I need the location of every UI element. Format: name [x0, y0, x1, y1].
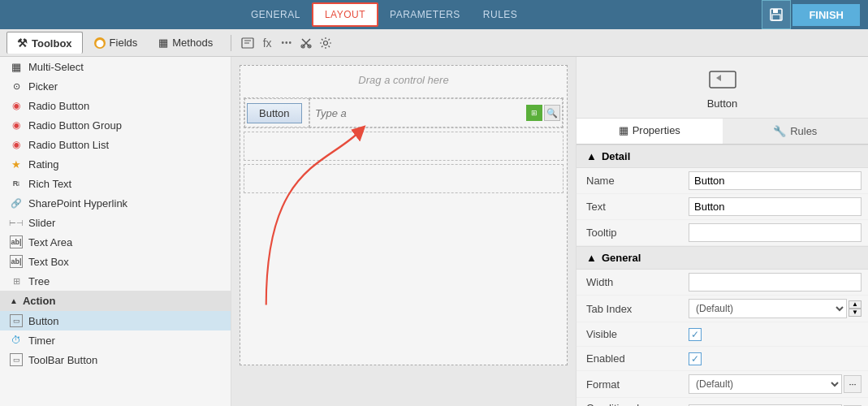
- top-nav: GENERAL LAYOUT PARAMETERS RULES FINISH: [0, 0, 868, 29]
- toolbar-icon-settings[interactable]: [317, 35, 334, 51]
- prop-format-select[interactable]: (Default): [689, 374, 842, 394]
- button-preview-icon: [706, 65, 739, 94]
- toolbox-item-rating[interactable]: ★ Rating: [0, 154, 231, 174]
- input-icon-group: ⊞ 🔍: [526, 105, 560, 121]
- right-panel-tabs: ▦ Properties 🔧 Rules: [577, 119, 868, 145]
- methods-icon: ▦: [158, 37, 168, 49]
- type-input[interactable]: [312, 107, 523, 119]
- nav-rules[interactable]: RULES: [472, 4, 529, 25]
- input-icon-search[interactable]: 🔍: [544, 105, 560, 121]
- toolbox-item-textbox[interactable]: ab| Text Box: [0, 252, 231, 271]
- input-icon-copy[interactable]: ⊞: [526, 105, 542, 121]
- prop-tabindex: Tab Index (Default) ▲ ▼: [577, 296, 868, 322]
- tab-rules[interactable]: 🔧 Rules: [723, 119, 869, 144]
- fields-icon: ⬤: [94, 37, 106, 49]
- prop-name: Name: [577, 168, 868, 194]
- right-panel-title: Button: [707, 97, 738, 110]
- tree-icon: ⊞: [10, 274, 23, 287]
- toolbar-icon-preview[interactable]: [240, 35, 256, 51]
- prop-tooltip-input[interactable]: [689, 223, 862, 242]
- prop-format-ellipsis[interactable]: ···: [844, 375, 862, 393]
- prop-tabindex-spinners: ▲ ▼: [849, 300, 862, 317]
- prop-tooltip: Tooltip: [577, 220, 868, 246]
- radiobuttongroup-icon: ◉: [10, 119, 23, 132]
- sub-toolbar: ⚒ Toolbox ⬤ Fields ▦ Methods fx •••: [0, 29, 868, 57]
- nav-general[interactable]: GENERAL: [240, 4, 312, 25]
- nav-layout[interactable]: LAYOUT: [312, 2, 378, 27]
- toolbar-separator: [231, 35, 231, 51]
- prop-width: Width: [577, 270, 868, 296]
- svg-rect-2: [772, 15, 780, 20]
- multiselect-icon: ▦: [10, 60, 23, 73]
- form-row-3: [244, 164, 564, 193]
- tab-methods[interactable]: ▦ Methods: [149, 32, 222, 54]
- rules-icon: 🔧: [773, 125, 786, 137]
- right-panel-header: Button: [577, 57, 868, 119]
- prop-format: Format (Default) ···: [577, 371, 868, 398]
- nav-parameters[interactable]: PARAMETERS: [378, 4, 472, 25]
- textbox-icon: ab|: [10, 255, 23, 268]
- slider-icon: ⊢⊣: [10, 216, 23, 229]
- toolbox-item-multiselect[interactable]: ▦ Multi-Select: [0, 57, 231, 76]
- prop-tabindex-select[interactable]: (Default): [689, 299, 847, 318]
- tab-toolbox[interactable]: ⚒ Toolbox: [6, 32, 83, 54]
- right-panel: Button ▦ Properties 🔧 Rules ▲ Detail Nam…: [576, 57, 868, 406]
- radiobuttonlist-icon: ◉: [10, 138, 23, 151]
- toolbar-icon-dots[interactable]: •••: [279, 35, 295, 51]
- prop-width-input[interactable]: [689, 273, 862, 292]
- prop-visible: Visible ✓: [577, 322, 868, 347]
- toolbox-item-richtext[interactable]: Rᵢ Rich Text: [0, 174, 231, 193]
- detail-section-header[interactable]: ▲ Detail: [577, 145, 868, 168]
- toolbox-item-sphyperlink[interactable]: 🔗 SharePoint Hyperlink: [0, 193, 231, 213]
- drag-hint: Drag a control here: [240, 66, 567, 94]
- toolbar-icon-cut[interactable]: [298, 35, 314, 51]
- prop-spinner-up[interactable]: ▲: [849, 300, 862, 309]
- finish-button[interactable]: FINISH: [792, 4, 860, 26]
- canvas-area[interactable]: Drag a control here Button ⊞ 🔍: [231, 57, 576, 406]
- toolbar-icon-formula[interactable]: fx: [259, 35, 275, 51]
- main-area: ▦ Multi-Select ⊙ Picker ◉ Radio Button ◉…: [0, 57, 868, 406]
- svg-rect-1: [773, 9, 778, 13]
- prop-visible-checkbox[interactable]: ✓: [689, 328, 702, 341]
- sphyperlink-icon: 🔗: [10, 197, 23, 209]
- prop-text: Text: [577, 194, 868, 220]
- toolbox-item-toolbarbutton[interactable]: ▭ ToolBar Button: [0, 350, 231, 369]
- toolbox-item-button[interactable]: ▭ Button: [0, 311, 231, 330]
- prop-enabled: Enabled ✓: [577, 347, 868, 371]
- general-chevron-icon: ▲: [586, 252, 597, 264]
- prop-enabled-checkbox[interactable]: ✓: [689, 352, 702, 365]
- tab-fields[interactable]: ⬤ Fields: [84, 32, 148, 54]
- toolbox-item-tree[interactable]: ⊞ Tree: [0, 271, 231, 291]
- save-button[interactable]: [762, 0, 791, 29]
- radiobutton-icon: ◉: [10, 99, 23, 112]
- picker-icon: ⊙: [10, 80, 23, 93]
- left-panel-toolbox: ▦ Multi-Select ⊙ Picker ◉ Radio Button ◉…: [0, 57, 231, 406]
- canvas-button[interactable]: Button: [247, 103, 302, 123]
- toolbox-item-timer[interactable]: ⏱ Timer: [0, 330, 231, 350]
- prop-spinner-down[interactable]: ▼: [849, 309, 862, 317]
- form-row-1: Button ⊞ 🔍: [244, 97, 564, 128]
- toolbox-item-textarea[interactable]: ab| Text Area: [0, 232, 231, 252]
- tab-properties[interactable]: ▦ Properties: [577, 119, 723, 144]
- toolbox-item-radiobuttongroup[interactable]: ◉ Radio Button Group: [0, 115, 231, 135]
- textarea-icon: ab|: [10, 235, 23, 248]
- action-section-header[interactable]: ▲ Action: [0, 291, 231, 311]
- prop-name-input[interactable]: [689, 171, 862, 190]
- toolbox-item-radiobutton[interactable]: ◉ Radio Button: [0, 96, 231, 115]
- toolbox-item-slider[interactable]: ⊢⊣ Slider: [0, 213, 231, 232]
- button-cell: Button: [244, 98, 309, 127]
- timer-icon: ⏱: [10, 334, 23, 347]
- toolbox-item-picker[interactable]: ⊙ Picker: [0, 76, 231, 96]
- general-section-header[interactable]: ▲ General: [577, 246, 868, 270]
- prop-condformat: Conditional Format (Default) ···: [577, 398, 868, 406]
- properties-icon: ▦: [619, 124, 628, 136]
- toolbox-item-radiobuttonlist[interactable]: ◉ Radio Button List: [0, 135, 231, 154]
- rating-icon: ★: [10, 158, 23, 171]
- detail-chevron-icon: ▲: [586, 150, 597, 162]
- prop-text-input[interactable]: [689, 197, 862, 216]
- toolbox-icon: ⚒: [17, 37, 28, 50]
- richtext-icon: Rᵢ: [10, 177, 23, 190]
- chevron-down-icon: ▲: [10, 296, 18, 305]
- canvas-inner: Drag a control here Button ⊞ 🔍: [240, 65, 568, 365]
- form-row-2: [244, 132, 564, 161]
